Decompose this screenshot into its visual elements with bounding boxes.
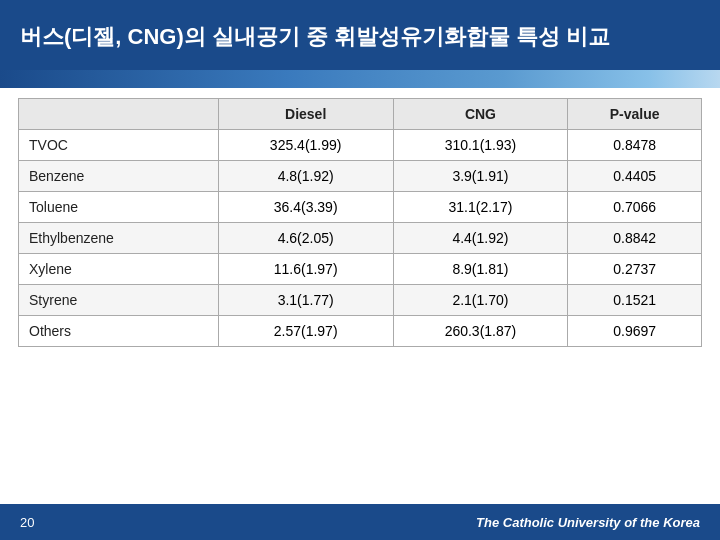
cng-cell: 2.1(1.70) (393, 285, 568, 316)
table-area: Diesel CNG P-value TVOC325.4(1.99)310.1(… (0, 88, 720, 347)
university-name: The Catholic University of the Korea (476, 515, 700, 530)
diesel-cell: 325.4(1.99) (218, 130, 393, 161)
diesel-cell: 3.1(1.77) (218, 285, 393, 316)
col-header-pvalue: P-value (568, 99, 702, 130)
row-label-cell: Others (19, 316, 219, 347)
table-row: Xylene11.6(1.97)8.9(1.81)0.2737 (19, 254, 702, 285)
diesel-cell: 36.4(3.39) (218, 192, 393, 223)
table-row: Ethylbenzene4.6(2.05)4.4(1.92)0.8842 (19, 223, 702, 254)
cng-cell: 310.1(1.93) (393, 130, 568, 161)
pvalue-cell: 0.7066 (568, 192, 702, 223)
row-label-cell: TVOC (19, 130, 219, 161)
diesel-cell: 11.6(1.97) (218, 254, 393, 285)
table-row: Benzene4.8(1.92)3.9(1.91)0.4405 (19, 161, 702, 192)
pvalue-cell: 0.1521 (568, 285, 702, 316)
col-header-diesel: Diesel (218, 99, 393, 130)
cng-cell: 31.1(2.17) (393, 192, 568, 223)
table-row: Others2.57(1.97)260.3(1.87)0.9697 (19, 316, 702, 347)
pvalue-cell: 0.8478 (568, 130, 702, 161)
diesel-cell: 2.57(1.97) (218, 316, 393, 347)
diesel-cell: 4.8(1.92) (218, 161, 393, 192)
table-header-row: Diesel CNG P-value (19, 99, 702, 130)
pvalue-cell: 0.9697 (568, 316, 702, 347)
row-label-cell: Ethylbenzene (19, 223, 219, 254)
cng-cell: 3.9(1.91) (393, 161, 568, 192)
pvalue-cell: 0.8842 (568, 223, 702, 254)
decorative-bar (0, 70, 720, 88)
data-table: Diesel CNG P-value TVOC325.4(1.99)310.1(… (18, 98, 702, 347)
footer: 20 The Catholic University of the Korea (0, 504, 720, 540)
cng-cell: 8.9(1.81) (393, 254, 568, 285)
col-header-label (19, 99, 219, 130)
table-row: Toluene36.4(3.39)31.1(2.17)0.7066 (19, 192, 702, 223)
row-label-cell: Xylene (19, 254, 219, 285)
pvalue-cell: 0.4405 (568, 161, 702, 192)
row-label-cell: Benzene (19, 161, 219, 192)
table-row: TVOC325.4(1.99)310.1(1.93)0.8478 (19, 130, 702, 161)
col-header-cng: CNG (393, 99, 568, 130)
header: 버스(디젤, CNG)의 실내공기 중 휘발성유기화합물 특성 비교 (0, 0, 720, 70)
row-label-cell: Styrene (19, 285, 219, 316)
cng-cell: 260.3(1.87) (393, 316, 568, 347)
cng-cell: 4.4(1.92) (393, 223, 568, 254)
page-title: 버스(디젤, CNG)의 실내공기 중 휘발성유기화합물 특성 비교 (20, 23, 610, 52)
row-label-cell: Toluene (19, 192, 219, 223)
diesel-cell: 4.6(2.05) (218, 223, 393, 254)
page-number: 20 (20, 515, 34, 530)
pvalue-cell: 0.2737 (568, 254, 702, 285)
table-row: Styrene3.1(1.77)2.1(1.70)0.1521 (19, 285, 702, 316)
